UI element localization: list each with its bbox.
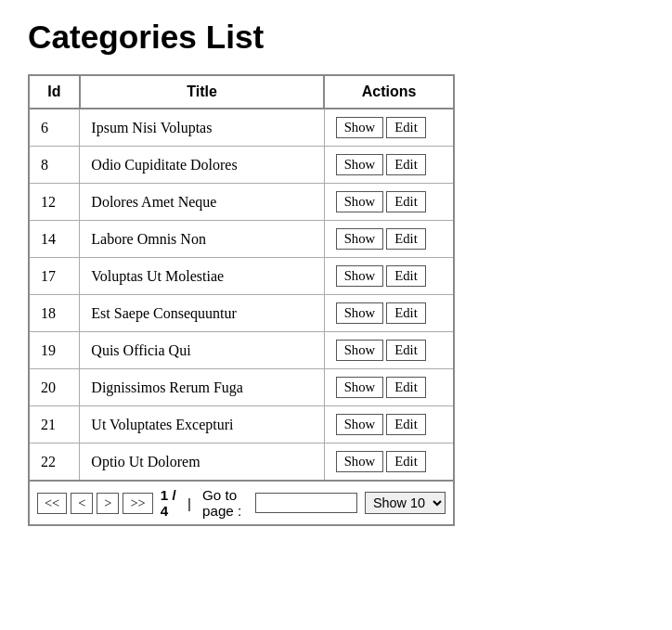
table-row: 22Optio Ut DoloremShowEdit: [29, 444, 454, 482]
show-button[interactable]: Show: [336, 228, 384, 250]
page-title: Categories List: [28, 19, 644, 56]
show-button[interactable]: Show: [336, 302, 384, 324]
cell-title: Labore Omnis Non: [80, 221, 324, 258]
edit-button[interactable]: Edit: [386, 414, 426, 435]
cell-title: Est Saepe Consequuntur: [80, 295, 324, 332]
col-header-title: Title: [80, 75, 324, 109]
table-row: 12Dolores Amet NequeShowEdit: [29, 184, 454, 221]
edit-button[interactable]: Edit: [386, 228, 426, 250]
categories-table: Id Title Actions 6Ipsum Nisi VoluptasSho…: [28, 74, 455, 482]
cell-actions: ShowEdit: [324, 147, 454, 184]
goto-text: Go to page :: [202, 487, 248, 519]
cell-id: 22: [29, 444, 80, 482]
edit-button[interactable]: Edit: [386, 191, 426, 212]
cell-title: Ut Voluptates Excepturi: [80, 406, 324, 444]
cell-title: Ipsum Nisi Voluptas: [80, 109, 324, 147]
table-row: 21Ut Voluptates ExcepturiShowEdit: [29, 406, 454, 444]
cell-actions: ShowEdit: [324, 332, 454, 369]
cell-id: 20: [29, 369, 80, 406]
col-header-id: Id: [29, 75, 80, 109]
cell-actions: ShowEdit: [324, 184, 454, 221]
goto-input[interactable]: [255, 493, 357, 513]
cell-actions: ShowEdit: [324, 295, 454, 332]
cell-id: 12: [29, 184, 80, 221]
cell-id: 8: [29, 147, 80, 184]
table-row: 18Est Saepe ConsequunturShowEdit: [29, 295, 454, 332]
table-row: 17Voluptas Ut MolestiaeShowEdit: [29, 258, 454, 295]
show-button[interactable]: Show: [336, 414, 384, 435]
cell-id: 14: [29, 221, 80, 258]
cell-title: Dolores Amet Neque: [80, 184, 324, 221]
prev-page-button[interactable]: <: [71, 493, 93, 514]
cell-title: Optio Ut Dolorem: [80, 444, 324, 482]
last-page-button[interactable]: >>: [123, 493, 152, 514]
col-header-actions: Actions: [324, 75, 454, 109]
table-row: 8Odio Cupiditate DoloresShowEdit: [29, 147, 454, 184]
show-button[interactable]: Show: [336, 191, 384, 212]
pagination-bar: << < > >> 1 / 4 | Go to page : Show 10Sh…: [28, 482, 455, 526]
next-page-button[interactable]: >: [97, 493, 119, 514]
cell-actions: ShowEdit: [324, 109, 454, 147]
table-row: 20Dignissimos Rerum FugaShowEdit: [29, 369, 454, 406]
table-row: 19Quis Officia QuiShowEdit: [29, 332, 454, 369]
edit-button[interactable]: Edit: [386, 154, 426, 175]
first-page-button[interactable]: <<: [37, 493, 67, 514]
edit-button[interactable]: Edit: [386, 265, 426, 287]
table-row: 6Ipsum Nisi VoluptasShowEdit: [29, 109, 454, 147]
goto-label: |: [187, 495, 191, 511]
show-button[interactable]: Show: [336, 377, 384, 398]
edit-button[interactable]: Edit: [386, 340, 426, 361]
cell-actions: ShowEdit: [324, 221, 454, 258]
cell-id: 17: [29, 258, 80, 295]
cell-id: 19: [29, 332, 80, 369]
table-row: 14Labore Omnis NonShowEdit: [29, 221, 454, 258]
edit-button[interactable]: Edit: [386, 117, 426, 138]
show-button[interactable]: Show: [336, 265, 384, 287]
show-button[interactable]: Show: [336, 451, 384, 472]
show-button[interactable]: Show: [336, 154, 384, 175]
cell-title: Quis Officia Qui: [80, 332, 324, 369]
cell-actions: ShowEdit: [324, 444, 454, 482]
cell-actions: ShowEdit: [324, 369, 454, 406]
cell-id: 18: [29, 295, 80, 332]
show-button[interactable]: Show: [336, 340, 384, 361]
page-info: 1 / 4: [161, 487, 176, 519]
show-button[interactable]: Show: [336, 117, 384, 138]
cell-id: 21: [29, 406, 80, 444]
cell-actions: ShowEdit: [324, 258, 454, 295]
edit-button[interactable]: Edit: [386, 302, 426, 324]
cell-title: Dignissimos Rerum Fuga: [80, 369, 324, 406]
cell-title: Voluptas Ut Molestiae: [80, 258, 324, 295]
edit-button[interactable]: Edit: [386, 377, 426, 398]
cell-actions: ShowEdit: [324, 406, 454, 444]
edit-button[interactable]: Edit: [386, 451, 426, 472]
cell-title: Odio Cupiditate Dolores: [80, 147, 324, 184]
show-per-page-select[interactable]: Show 10Show 25Show 50: [365, 492, 446, 514]
cell-id: 6: [29, 109, 80, 147]
